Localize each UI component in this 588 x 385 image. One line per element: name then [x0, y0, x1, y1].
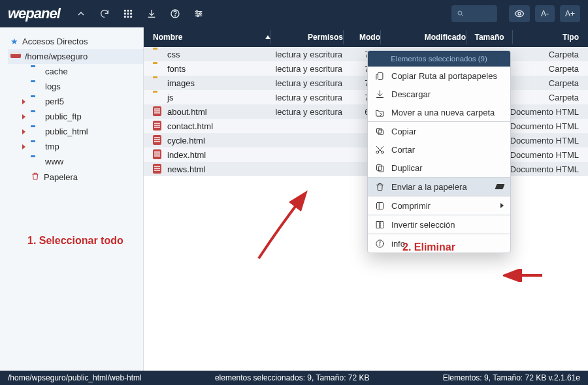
svg-point-0: [124, 10, 125, 11]
table-row[interactable]: index.htmlHoy 03:03 PM22 KBDocumento HTM…: [144, 147, 588, 162]
html-file-icon: [153, 164, 163, 174]
column-modo[interactable]: Modo: [344, 33, 380, 42]
folder-icon: [153, 50, 163, 59]
svg-rect-31: [376, 202, 383, 209]
sidebar-item-tmp[interactable]: tmp: [8, 139, 143, 154]
ctx-copy-path[interactable]: Copiar Ruta al portapapeles: [368, 67, 510, 85]
svg-rect-20: [10, 54, 21, 58]
svg-point-10: [174, 16, 175, 16]
ctx-copy[interactable]: Copiar: [368, 122, 510, 140]
file-type: Carpeta: [510, 93, 579, 102]
sidebar-item-logs[interactable]: logs: [8, 79, 143, 94]
table-row[interactable]: imageslectura y escritura755Hoy 03:03 PM…: [144, 76, 588, 90]
table-row[interactable]: contact.htmlHoy 03:03 PM11 KBDocumento H…: [144, 119, 588, 133]
sidebar-item-public-ftp[interactable]: public_ftp: [8, 109, 143, 124]
search-icon: [457, 10, 465, 18]
font-decrease-button[interactable]: A-: [535, 5, 555, 22]
file-name: fonts: [167, 64, 186, 74]
ctx-send-to-trash[interactable]: Enviar a la papelera: [368, 177, 510, 196]
status-path: /home/wpseguro/public_html/web-html: [8, 373, 142, 382]
sidebar-shortcuts[interactable]: ★ Accesos Directos: [8, 34, 143, 49]
svg-point-36: [380, 241, 380, 242]
svg-point-17: [458, 11, 462, 15]
column-permisos[interactable]: Permisos: [271, 33, 343, 42]
sidebar-item-label: public_html: [45, 127, 88, 136]
html-file-icon: [153, 107, 163, 116]
annotation-delete: 2. Eliminar: [402, 241, 455, 253]
file-name: about.html: [167, 107, 207, 117]
sort-asc-icon: [265, 35, 270, 39]
sidebar-item-www[interactable]: www: [8, 154, 143, 169]
file-perm: lectura y escritura: [270, 107, 342, 117]
sidebar-item-trash[interactable]: Papelera: [8, 169, 143, 185]
file-type: Documento HTML: [510, 150, 579, 160]
refresh-icon[interactable]: [95, 5, 114, 23]
table-row[interactable]: about.htmllectura y escritura644Hoy 03:0…: [144, 104, 588, 119]
compress-icon: [374, 200, 385, 211]
sidebar-item-public-html[interactable]: public_html: [8, 124, 143, 139]
settings-icon[interactable]: [189, 5, 208, 23]
status-bar: /home/wpseguro/public_html/web-html elem…: [0, 371, 588, 385]
file-name: js: [167, 93, 173, 102]
svg-point-3: [124, 13, 125, 14]
download-icon[interactable]: [142, 5, 161, 23]
info-icon: [374, 238, 385, 249]
sidebar-item-label: perl5: [45, 97, 64, 106]
sidebar-item-perl5[interactable]: perl5: [8, 94, 143, 109]
star-icon: ★: [10, 37, 18, 46]
column-nombre[interactable]: Nombre: [153, 33, 270, 42]
svg-rect-33: [380, 221, 383, 228]
file-perm: lectura y escritura: [270, 93, 342, 102]
file-type: Documento HTML: [510, 107, 579, 117]
sidebar-item-label: cache: [45, 67, 68, 76]
duplicate-icon: [374, 162, 385, 173]
sidebar-shortcuts-label: Accesos Directos: [22, 37, 88, 46]
table-row[interactable]: cycle.htmlHoy 03:03 PM14 KBDocumento HTM…: [144, 133, 588, 147]
chevron-up-icon[interactable]: [72, 5, 90, 23]
file-type: Carpeta: [510, 78, 579, 88]
ctx-compress[interactable]: Comprimir: [368, 196, 510, 215]
file-panel: Nombre Permisos Modo Modificado Tamaño T…: [144, 27, 588, 371]
ctx-move[interactable]: Mover a una nueva carpeta: [368, 103, 510, 121]
help-icon[interactable]: [166, 5, 184, 23]
svg-rect-21: [10, 52, 21, 54]
file-name: index.html: [167, 150, 206, 160]
svg-point-16: [197, 15, 199, 17]
table-row[interactable]: jslectura y escritura755Hoy 03:03 PM-Car…: [144, 90, 588, 104]
svg-point-7: [127, 16, 129, 18]
column-modificado[interactable]: Modificado: [381, 33, 466, 42]
sidebar-item-label: public_ftp: [45, 112, 82, 121]
column-tipo[interactable]: Tipo: [513, 33, 579, 42]
html-file-icon: [153, 150, 163, 159]
view-toggle-button[interactable]: [509, 5, 530, 22]
font-increase-button[interactable]: A+: [560, 5, 580, 22]
sidebar-item-cache[interactable]: cache: [8, 64, 143, 79]
file-type: Documento HTML: [510, 121, 579, 131]
column-tamano[interactable]: Tamaño: [466, 33, 512, 42]
top-bar: wepanel A- A+: [0, 0, 588, 27]
table-row[interactable]: fontslectura y escritura755Hoy 03:03 PM-…: [144, 61, 588, 76]
file-name: cycle.html: [167, 136, 205, 146]
file-name: contact.html: [167, 121, 213, 131]
annotation-arrow-2: [503, 269, 546, 282]
ctx-duplicate[interactable]: Duplicar: [368, 159, 510, 177]
table-row[interactable]: news.htmlHoy 03:03 PM13 KBDocumento HTML: [144, 162, 588, 176]
table-header: Nombre Permisos Modo Modificado Tamaño T…: [144, 27, 588, 47]
search-box[interactable]: [451, 5, 497, 22]
file-type: Documento HTML: [510, 136, 579, 146]
sidebar-root-label: /home/wpseguro: [25, 52, 88, 61]
ctx-download[interactable]: Descargar: [368, 85, 510, 103]
ctx-cut[interactable]: Cortar: [368, 140, 510, 159]
table-row[interactable]: csslectura y escritura755Hoy 03:03 PM-Ca…: [144, 47, 588, 61]
svg-rect-22: [378, 72, 383, 79]
ctx-invert-selection[interactable]: Invertir selección: [368, 215, 510, 234]
sidebar-root[interactable]: /home/wpseguro: [8, 49, 143, 64]
status-total: Elementos: 9, Tamaño: 72 KB v.2.1.61e: [443, 373, 580, 382]
move-folder-icon: [374, 107, 385, 117]
grid-icon[interactable]: [119, 5, 137, 23]
file-perm: lectura y escritura: [270, 50, 342, 59]
html-file-icon: [153, 121, 163, 131]
annotation-select-all: 1. Seleccionar todo: [27, 235, 123, 247]
file-type: Documento HTML: [510, 164, 579, 174]
svg-point-4: [127, 13, 129, 14]
